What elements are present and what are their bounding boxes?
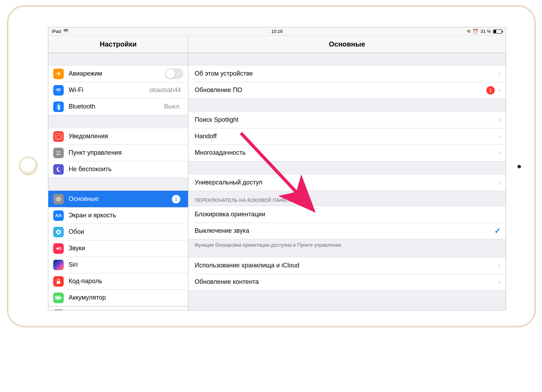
detail-title: Основные bbox=[188, 36, 506, 53]
svg-point-8 bbox=[59, 230, 61, 232]
sidebar-group-alerts: ▢ Уведомления Пункт управления Не бесп bbox=[48, 128, 188, 178]
svg-point-1 bbox=[59, 151, 60, 153]
svg-rect-15 bbox=[56, 297, 60, 299]
sidebar-item-passcode[interactable]: Код-пароль bbox=[48, 273, 188, 289]
chevron-right-icon: › bbox=[498, 115, 501, 125]
control-center-icon bbox=[53, 148, 64, 158]
sidebar-item-partial bbox=[48, 306, 188, 310]
side-switch-header: ПЕРЕКЛЮЧАТЕЛЬ НА БОКОВОЙ ПАНЕЛИ: bbox=[188, 191, 506, 206]
airplane-switch[interactable] bbox=[165, 68, 183, 79]
notifications-icon: ▢ bbox=[53, 131, 64, 142]
bluetooth-value: Выкл. bbox=[164, 103, 181, 110]
ipad-frame: iPad 10:16 ⟲ ⏰ 31 % Настройки Основные bbox=[7, 5, 536, 327]
status-bar: iPad 10:16 ⟲ ⏰ 31 % bbox=[48, 27, 506, 36]
bluetooth-icon bbox=[53, 102, 64, 112]
checkmark-icon: ✓ bbox=[494, 226, 501, 236]
battery-icon bbox=[493, 29, 502, 34]
battery-percent: 31 % bbox=[480, 29, 491, 34]
wifi-network-value: obaobab44 bbox=[150, 86, 181, 94]
detail-item-storage[interactable]: Использование хранилища и iCloud › bbox=[188, 257, 506, 274]
sidebar-title: Настройки bbox=[48, 36, 188, 53]
detail-item-label: Выключение звука bbox=[195, 227, 494, 234]
detail-item-background-refresh[interactable]: Обновление контента › bbox=[188, 274, 506, 290]
sidebar-group-connectivity: ✈ Авиарежим Wi-Fi obaobab44 bbox=[48, 65, 188, 115]
sidebar-group-device: Основные 1 AA Экран и яркость Обои bbox=[48, 190, 188, 306]
sidebar-item-label: Код-пароль bbox=[69, 278, 183, 285]
sidebar-item-battery[interactable]: Аккумулятор bbox=[48, 289, 188, 306]
detail-item-software-update[interactable]: Обновление ПО 1 › bbox=[188, 82, 506, 98]
svg-point-9 bbox=[56, 232, 58, 234]
detail-item-label: Об этом устройстве bbox=[195, 70, 498, 77]
sidebar-item-wallpaper[interactable]: Обои bbox=[48, 224, 188, 240]
detail-group-storage: Использование хранилища и iCloud › Обнов… bbox=[188, 257, 506, 290]
detail-item-label: Handoff bbox=[195, 133, 498, 140]
detail-item-label: Обновление ПО bbox=[195, 86, 486, 94]
sidebar-item-bluetooth[interactable]: Bluetooth Выкл. bbox=[48, 98, 188, 115]
sidebar-item-label: Основные bbox=[69, 195, 172, 203]
detail-item-label: Многозадачность bbox=[195, 149, 498, 156]
chevron-right-icon: › bbox=[498, 178, 501, 187]
svg-point-0 bbox=[57, 151, 58, 153]
gear-icon bbox=[53, 194, 64, 204]
sidebar-item-airplane[interactable]: ✈ Авиарежим bbox=[48, 65, 188, 82]
sidebar-item-dnd[interactable]: Не беспокоить bbox=[48, 161, 188, 177]
lock-icon bbox=[53, 276, 64, 287]
detail-item-multitasking[interactable]: Многозадачность › bbox=[188, 145, 506, 161]
chevron-right-icon: › bbox=[498, 132, 501, 141]
general-detail[interactable]: Об этом устройстве › Обновление ПО 1 › П… bbox=[188, 53, 506, 310]
sidebar-item-display[interactable]: AA Экран и яркость bbox=[48, 207, 188, 224]
sidebar-item-label: Звуки bbox=[69, 245, 183, 252]
sidebar-item-label: Авиарежим bbox=[69, 70, 165, 77]
chevron-right-icon: › bbox=[498, 148, 501, 158]
detail-item-lock-rotation[interactable]: Блокировка ориентации bbox=[188, 206, 506, 223]
detail-item-mute[interactable]: Выключение звука ✓ bbox=[188, 223, 506, 239]
detail-group-features: Поиск Spotlight › Handoff › Многозадачно… bbox=[188, 111, 506, 161]
chevron-right-icon: › bbox=[498, 69, 501, 78]
detail-group-about: Об этом устройстве › Обновление ПО 1 › bbox=[188, 65, 506, 99]
wifi-icon bbox=[53, 85, 64, 96]
svg-rect-14 bbox=[61, 297, 62, 299]
clock: 10:16 bbox=[271, 29, 283, 34]
badge: 1 bbox=[172, 195, 180, 203]
detail-item-accessibility[interactable]: Универсальный доступ › bbox=[188, 174, 506, 191]
siri-icon bbox=[53, 260, 64, 270]
sidebar-item-label: Обои bbox=[69, 228, 183, 236]
rotation-lock-icon: ⟲ bbox=[467, 29, 471, 34]
sidebar-item-wifi[interactable]: Wi-Fi obaobab44 bbox=[48, 82, 188, 98]
screen: iPad 10:16 ⟲ ⏰ 31 % Настройки Основные bbox=[48, 27, 506, 310]
battery-icon bbox=[53, 293, 64, 303]
detail-item-label: Обновление контента bbox=[195, 278, 498, 286]
sidebar-item-label: Wi-Fi bbox=[69, 86, 150, 94]
sidebar-item-control-center[interactable]: Пункт управления bbox=[48, 145, 188, 161]
chevron-right-icon: › bbox=[498, 261, 501, 270]
svg-point-11 bbox=[58, 231, 59, 233]
detail-group-side-switch: Блокировка ориентации Выключение звука ✓ bbox=[188, 206, 506, 239]
flower-icon bbox=[53, 227, 64, 237]
sidebar-item-label: Не беспокоить bbox=[69, 166, 183, 173]
detail-item-label: Универсальный доступ bbox=[195, 179, 498, 186]
sidebar-item-sounds[interactable]: Звуки bbox=[48, 240, 188, 257]
home-button[interactable] bbox=[19, 156, 38, 175]
settings-sidebar[interactable]: ✈ Авиарежим Wi-Fi obaobab44 bbox=[48, 53, 188, 310]
sidebar-item-general[interactable]: Основные 1 bbox=[48, 191, 188, 207]
chevron-right-icon: › bbox=[498, 86, 501, 95]
front-camera-icon bbox=[517, 165, 521, 168]
sidebar-item-label: Пункт управления bbox=[69, 149, 183, 156]
moon-icon bbox=[53, 164, 64, 175]
svg-point-10 bbox=[59, 232, 61, 234]
sidebar-item-label: Экран и яркость bbox=[69, 212, 183, 219]
detail-item-handoff[interactable]: Handoff › bbox=[188, 128, 506, 145]
svg-point-2 bbox=[57, 198, 60, 200]
detail-item-about[interactable]: Об этом устройстве › bbox=[188, 65, 506, 82]
detail-item-label: Блокировка ориентации bbox=[195, 211, 501, 218]
detail-item-spotlight[interactable]: Поиск Spotlight › bbox=[188, 112, 506, 128]
text-size-icon: AA bbox=[53, 210, 64, 221]
svg-point-7 bbox=[56, 230, 58, 232]
side-switch-footer: Функция блокировки ориентации доступна в… bbox=[188, 239, 506, 249]
sidebar-item-siri[interactable]: Siri bbox=[48, 257, 188, 273]
detail-group-accessibility: Универсальный доступ › bbox=[188, 174, 506, 191]
wifi-icon bbox=[63, 29, 69, 34]
sidebar-item-notifications[interactable]: ▢ Уведомления bbox=[48, 128, 188, 145]
sidebar-item-label: Bluetooth bbox=[69, 103, 164, 110]
sidebar-item-label: Уведомления bbox=[69, 133, 183, 140]
